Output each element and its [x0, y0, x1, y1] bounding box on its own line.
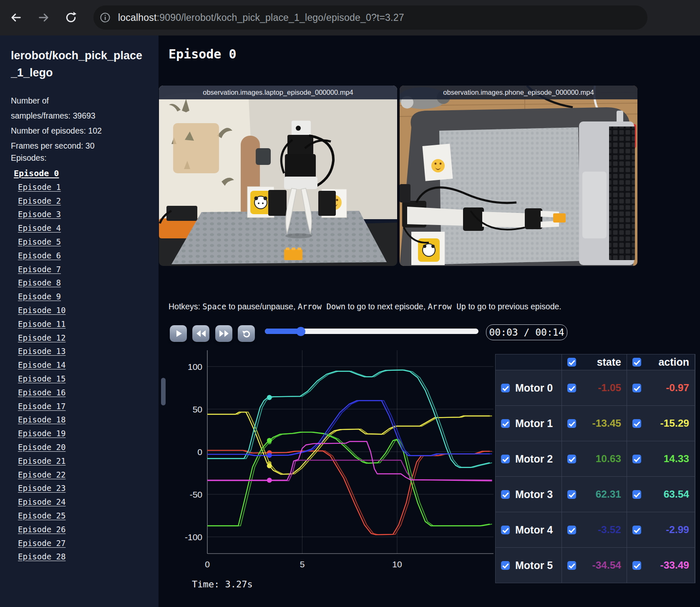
motor-label: Motor 0	[515, 382, 553, 394]
checkbox[interactable]	[632, 455, 641, 463]
back-button[interactable]	[8, 9, 24, 26]
sidebar-episode-link[interactable]: Episode 27	[0, 536, 159, 550]
play-button[interactable]	[170, 325, 187, 342]
rewind-button[interactable]	[192, 325, 209, 342]
svg-text:-50: -50	[190, 490, 202, 499]
checkbox[interactable]	[501, 455, 510, 463]
checkbox[interactable]	[567, 419, 576, 428]
sidebar-episode-link[interactable]: Episode 22	[0, 468, 159, 482]
sidebar-episode-link[interactable]: Episode 14	[0, 358, 159, 372]
sidebar-episode-link[interactable]: Episode 24	[0, 495, 159, 509]
checkbox[interactable]	[501, 490, 510, 499]
fast-forward-button[interactable]	[215, 325, 232, 342]
column-header-state: state	[562, 354, 627, 370]
hotkey-key: Arrow Down	[298, 302, 345, 311]
state-value-cell: -3.52	[562, 512, 627, 547]
laptop	[579, 121, 635, 265]
video-title-phone: observation.images.phone_episode_000000.…	[400, 86, 637, 99]
sidebar-episode-link[interactable]: Episode 26	[0, 523, 159, 536]
checkbox[interactable]	[632, 526, 641, 534]
sidebar-episode-link[interactable]: Episode 10	[0, 304, 159, 317]
sidebar-episode-link[interactable]: Episode 2	[0, 194, 159, 208]
sidebar-episode-link[interactable]: Episode 17	[0, 400, 159, 413]
checkbox[interactable]	[567, 561, 576, 570]
checkbox[interactable]	[501, 384, 510, 392]
series-action-Motor 2	[205, 432, 490, 526]
sidebar-episode-link[interactable]: Episode 28	[0, 550, 159, 564]
sidebar-episode-link[interactable]: Episode 23	[0, 481, 159, 495]
svg-text:0: 0	[205, 559, 210, 569]
sidebar-episode-link[interactable]: Episode 3	[0, 207, 159, 221]
state-value-cell: -13.45	[562, 406, 627, 441]
sidebar-episode-link[interactable]: Episode 0	[0, 167, 159, 180]
checkbox[interactable]	[567, 358, 576, 367]
motor-chart-svg: 100500-50-1000510Time: 3.27s	[161, 349, 494, 599]
checkbox[interactable]	[567, 490, 576, 499]
loop-button[interactable]	[238, 325, 255, 342]
svg-text:50: 50	[193, 405, 202, 414]
sidebar-episode-link[interactable]: Episode 9	[0, 290, 159, 304]
video-progress-slider[interactable]	[265, 329, 478, 334]
sidebar-episode-link[interactable]: Episode 19	[0, 427, 159, 440]
sidebar-episode-link[interactable]: Episode 13	[0, 344, 159, 358]
sidebar-episode-link[interactable]: Episode 12	[0, 331, 159, 345]
video-laptop-frame	[159, 86, 397, 266]
checkbox[interactable]	[501, 419, 510, 428]
sidebar-episode-link[interactable]: Episode 16	[0, 386, 159, 400]
sidebar-episode-link[interactable]: Episode 21	[0, 454, 159, 468]
video-phone-frame	[400, 86, 637, 266]
checkbox[interactable]	[632, 490, 641, 499]
url-text: localhost:9090/lerobot/koch_pick_place_1…	[118, 12, 404, 23]
stat-line: Frames per second: 30	[11, 138, 149, 153]
sidebar-episode-link[interactable]: Episode 18	[0, 413, 159, 427]
action-value: -0.97	[666, 382, 689, 394]
forward-button[interactable]	[35, 9, 52, 26]
svg-text:0: 0	[197, 447, 202, 457]
checkbox[interactable]	[567, 526, 576, 534]
sidebar-episode-link[interactable]: Episode 8	[0, 276, 159, 290]
svg-text:10: 10	[392, 559, 402, 569]
sidebar-episode-link[interactable]: Episode 5	[0, 235, 159, 249]
svg-text:5: 5	[300, 559, 305, 569]
checkbox[interactable]	[632, 358, 641, 367]
time-marker-dot	[267, 438, 272, 443]
progress-thumb[interactable]	[296, 327, 305, 336]
column-header-label: state	[597, 356, 621, 368]
checkbox[interactable]	[567, 455, 576, 463]
sidebar-episode-link[interactable]: Episode 20	[0, 440, 159, 454]
sidebar-episode-link[interactable]: Episode 25	[0, 509, 159, 523]
sidebar-episode-link[interactable]: Episode 1	[0, 180, 159, 194]
sidebar-episode-link[interactable]: Episode 11	[0, 317, 159, 331]
reload-icon	[64, 11, 78, 24]
state-value: -1.05	[598, 382, 621, 394]
checkbox[interactable]	[501, 561, 510, 570]
motor-chart: 100500-50-1000510Time: 3.27s	[161, 349, 494, 599]
action-value-cell: 14.33	[627, 441, 695, 476]
checkbox[interactable]	[632, 419, 641, 428]
sidebar-episode-link[interactable]: Episode 15	[0, 372, 159, 386]
sidebar-episode-link[interactable]: Episode 6	[0, 249, 159, 263]
motor-label: Motor 2	[515, 453, 553, 465]
reload-button[interactable]	[63, 9, 79, 26]
chart-time-label: Time: 3.27s	[192, 579, 253, 589]
sidebar-episode-link[interactable]: Episode 7	[0, 263, 159, 276]
lego-brick	[553, 213, 566, 223]
column-header-action: action	[627, 354, 695, 370]
action-value: -33.49	[660, 559, 689, 571]
video-laptop[interactable]: observation.images.laptop_episode_000000…	[159, 86, 397, 266]
site-info-icon[interactable]	[98, 10, 112, 25]
main-content: Episode 0	[159, 35, 700, 607]
sidebar-episode-link[interactable]: Episode 4	[0, 221, 159, 235]
checkbox[interactable]	[632, 561, 641, 570]
episodes-label: Episodes:	[11, 153, 47, 163]
video-phone[interactable]: observation.images.phone_episode_000000.…	[400, 86, 637, 266]
play-icon	[174, 329, 183, 338]
motor-label: Motor 3	[515, 488, 553, 501]
checkbox[interactable]	[567, 384, 576, 392]
checkbox[interactable]	[632, 384, 641, 392]
state-value: -13.45	[592, 417, 621, 429]
state-value-cell: 62.31	[562, 477, 627, 512]
checkbox[interactable]	[501, 526, 510, 534]
series-action-Motor 3	[205, 370, 490, 467]
url-bar[interactable]: localhost:9090/lerobot/koch_pick_place_1…	[93, 5, 647, 30]
